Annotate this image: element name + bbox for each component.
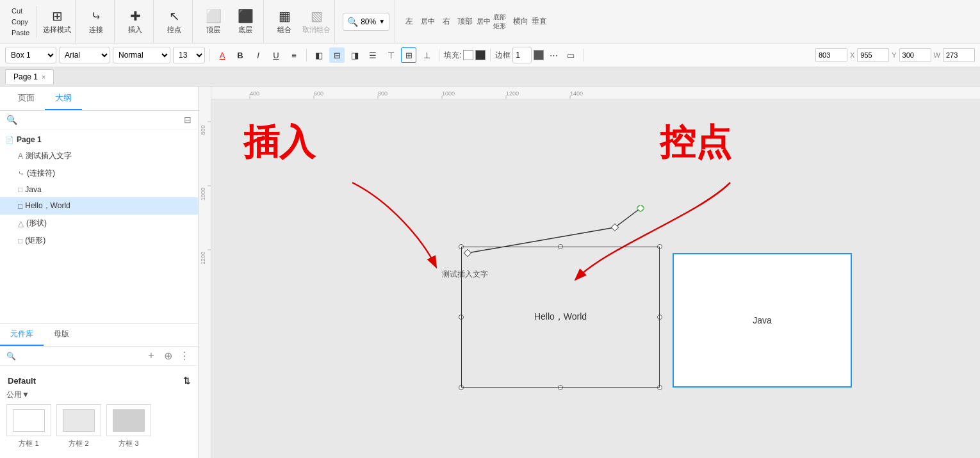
text-align-bottom-button[interactable]: ⊥ bbox=[419, 47, 434, 63]
connect-button[interactable]: ⤷ 连接 bbox=[81, 4, 111, 40]
insert-button[interactable]: ✚ 插入 bbox=[120, 4, 151, 40]
gongying-row[interactable]: 公用▼ bbox=[6, 388, 192, 402]
underline-button[interactable]: U bbox=[268, 47, 284, 63]
comp-label-2: 方框 2 bbox=[69, 439, 88, 448]
panel-tab-outline[interactable]: 大纲 bbox=[45, 87, 82, 110]
border-side-button[interactable]: ▭ bbox=[563, 47, 578, 63]
comp-thumb-3 bbox=[106, 404, 151, 436]
h-input[interactable] bbox=[943, 48, 975, 62]
element-name-select[interactable]: Box 1 bbox=[5, 47, 56, 63]
size-select[interactable]: 13 bbox=[173, 47, 205, 63]
tree-item-connector[interactable]: ⤷ (连接符) bbox=[0, 165, 198, 182]
tree-page1[interactable]: 📄 Page 1 bbox=[0, 132, 198, 147]
align-right-button[interactable]: 右 bbox=[437, 13, 455, 31]
text-item-icon: A bbox=[18, 152, 23, 161]
select-mode-button[interactable]: ⊞ 选择模式 bbox=[42, 4, 72, 40]
border-color-box[interactable] bbox=[534, 50, 544, 60]
tree-item-rect[interactable]: □ (矩形) bbox=[0, 232, 198, 249]
outline-search-input[interactable] bbox=[21, 115, 180, 124]
border-value-input[interactable] bbox=[512, 47, 532, 63]
canvas[interactable]: 插入 控点 测试插入文字 bbox=[211, 99, 980, 458]
control-point-group: ↖ 控点 bbox=[156, 0, 193, 43]
paste-button[interactable]: Paste bbox=[8, 28, 33, 38]
x-input[interactable] bbox=[815, 48, 847, 62]
style-select[interactable]: Normal bbox=[113, 47, 170, 63]
connect-icon: ⤷ bbox=[91, 8, 102, 24]
text-color-button[interactable]: A bbox=[215, 47, 230, 63]
select-mode-group: ⊞ 选择模式 bbox=[39, 0, 76, 43]
svg-text:1400: 1400 bbox=[570, 90, 583, 97]
text-align-top-button[interactable]: ⊤ bbox=[383, 47, 398, 63]
align-bottom-rect-button[interactable]: 底部矩形 bbox=[493, 13, 511, 31]
text-align-justify-button[interactable]: ☰ bbox=[365, 47, 380, 63]
left-panel: 页面 大纲 🔍 ⊟ 📄 Page 1 A 测试插入文字 ⤷ (连接符) bbox=[0, 86, 199, 458]
cut-button[interactable]: Cut bbox=[8, 6, 33, 16]
border-style-button[interactable]: ⋯ bbox=[546, 47, 561, 63]
y-input[interactable] bbox=[857, 48, 889, 62]
align-top-button[interactable]: 顶部 bbox=[456, 13, 474, 31]
connector-icon: ⤷ bbox=[18, 169, 24, 178]
java-box[interactable]: Java bbox=[673, 253, 852, 388]
comp-tab-master[interactable]: 母版 bbox=[44, 323, 79, 346]
w-input[interactable] bbox=[899, 48, 931, 62]
svg-point-20 bbox=[637, 205, 644, 211]
hello-world-box[interactable]: Hello，World bbox=[461, 247, 660, 388]
comp-item-2[interactable]: 方框 2 bbox=[56, 404, 101, 448]
hello-world-container[interactable]: Hello，World bbox=[461, 247, 660, 388]
align-center-h-button[interactable]: 居中 bbox=[419, 13, 437, 31]
control-point-button[interactable]: ↖ 控点 bbox=[159, 4, 190, 40]
tree-item-hello[interactable]: □ Hello，World bbox=[0, 197, 198, 215]
group-button[interactable]: ▦ 组合 bbox=[269, 4, 300, 40]
group-group: ▦ 组合 ▧ 取消组合 bbox=[266, 0, 335, 43]
bold-button[interactable]: B bbox=[233, 47, 248, 63]
text-align-right-button[interactable]: ◨ bbox=[347, 47, 363, 63]
bottom-layer-button[interactable]: ⬛ 底层 bbox=[230, 4, 261, 40]
list-button[interactable]: ≡ bbox=[286, 47, 302, 63]
text-align-middle-button[interactable]: ⊞ bbox=[401, 47, 416, 63]
default-title[interactable]: Default ⇅ bbox=[6, 373, 192, 388]
border-label: 边框 bbox=[495, 50, 510, 61]
comp-thumb-1 bbox=[6, 404, 51, 436]
italic-button[interactable]: I bbox=[250, 47, 266, 63]
svg-rect-0 bbox=[211, 86, 980, 99]
align-horizontal-button[interactable]: 横向 bbox=[512, 13, 530, 31]
svg-rect-13 bbox=[199, 86, 211, 458]
java-label: Java bbox=[25, 185, 41, 194]
top-toolbar: Cut Copy Paste ⊞ 选择模式 ⤷ 连接 ✚ 插入 bbox=[0, 0, 980, 67]
fill-color-box2[interactable] bbox=[475, 50, 486, 60]
comp-add-icon[interactable]: + bbox=[144, 350, 158, 362]
canvas-area[interactable]: 400 600 800 1000 1200 1400 800 1000 bbox=[199, 86, 980, 458]
comp-item-3[interactable]: 方框 3 bbox=[106, 404, 151, 448]
align-vertical-button[interactable]: 垂直 bbox=[530, 13, 548, 31]
svg-text:1200: 1200 bbox=[506, 90, 519, 97]
java-icon: □ bbox=[18, 185, 22, 194]
svg-text:800: 800 bbox=[200, 125, 206, 135]
copy-button[interactable]: Copy bbox=[8, 17, 33, 27]
vertical-ruler: 800 1000 1200 bbox=[199, 86, 211, 458]
fill-color-box[interactable] bbox=[463, 50, 473, 60]
page-tab[interactable]: Page 1 × bbox=[5, 69, 54, 84]
rect-label: (矩形) bbox=[25, 235, 45, 246]
layer-group: ⬜ 顶层 ⬛ 底层 bbox=[195, 0, 264, 43]
divider2 bbox=[306, 49, 307, 61]
zoom-area[interactable]: 🔍 80% ▼ bbox=[343, 13, 389, 31]
ungroup-button[interactable]: ▧ 取消组合 bbox=[301, 4, 332, 40]
top-layer-button[interactable]: ⬜ 顶层 bbox=[198, 4, 229, 40]
comp-tab-library[interactable]: 元件库 bbox=[0, 323, 44, 346]
rect-icon: □ bbox=[18, 236, 22, 245]
comp-item-1[interactable]: 方框 1 bbox=[6, 404, 51, 448]
comp-search-input[interactable] bbox=[20, 352, 140, 361]
comp-copy-icon[interactable]: ⊕ bbox=[161, 350, 175, 362]
tree-item-shape[interactable]: △ (形状) bbox=[0, 215, 198, 232]
text-align-center-button[interactable]: ⊟ bbox=[329, 47, 345, 63]
align-middle-v-button[interactable]: 居中 bbox=[475, 13, 493, 31]
tree-item-text[interactable]: A 测试插入文字 bbox=[0, 147, 198, 165]
filter-icon[interactable]: ⊟ bbox=[184, 115, 192, 125]
font-select[interactable]: Arial bbox=[59, 47, 110, 63]
text-align-left-button[interactable]: ◧ bbox=[311, 47, 327, 63]
comp-more-icon[interactable]: ⋮ bbox=[177, 350, 192, 362]
align-left-button[interactable]: 左 bbox=[400, 13, 418, 31]
tree-item-java[interactable]: □ Java bbox=[0, 182, 198, 197]
page-tab-close[interactable]: × bbox=[42, 73, 45, 81]
panel-tab-page[interactable]: 页面 bbox=[8, 87, 45, 110]
